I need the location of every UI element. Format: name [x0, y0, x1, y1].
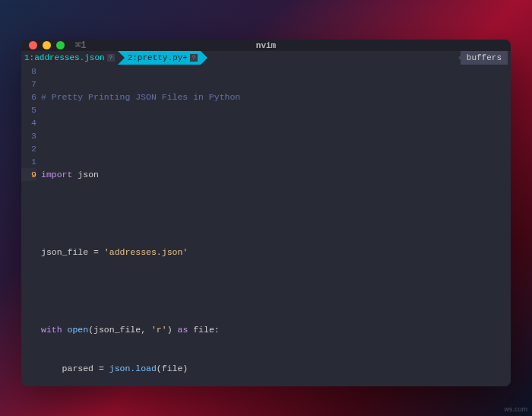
window-title: nvim: [21, 41, 511, 50]
buffer-tab-addresses[interactable]: 1: addresses.json ?: [21, 51, 118, 65]
line-number-current: 9: [21, 168, 36, 181]
code-content[interactable]: # Pretty Printing JSON Files in Python i…: [41, 65, 511, 386]
code-punct: ): [167, 325, 178, 335]
line-number: 5: [21, 103, 36, 116]
code-func: json.load: [104, 364, 157, 373]
code-comment: # Pretty Printing JSON Files in Python: [41, 92, 240, 102]
line-number: 7: [21, 78, 36, 91]
minimize-icon[interactable]: [43, 41, 51, 49]
line-number: 6: [21, 91, 36, 103]
code-op: =: [93, 247, 99, 257]
buffers-label: buffers: [461, 51, 508, 65]
line-number-gutter: 8 7 6 5 4 3 2 1 9: [21, 65, 41, 386]
code-punct: (json_file,: [88, 325, 151, 335]
traffic-lights: [29, 41, 65, 49]
modified-icon: ?: [107, 54, 115, 62]
editor-area[interactable]: 8 7 6 5 4 3 2 1 9 # Pretty Printing JSON…: [21, 65, 511, 386]
line-number: 3: [21, 129, 36, 142]
modified-icon: ?: [190, 54, 198, 62]
code-keyword: with: [41, 325, 62, 335]
code-ident: json: [72, 170, 99, 179]
code-ident: json_file: [41, 247, 93, 257]
line-number: 2: [21, 142, 36, 155]
terminal-window: ⌘1 nvim 1: addresses.json ? 2: pretty.py…: [21, 40, 511, 386]
buffer-tab-pretty[interactable]: 2: pretty.py+ ?: [125, 51, 201, 65]
titlebar: ⌘1 nvim: [21, 40, 511, 51]
tab-label: addresses.json: [34, 53, 104, 62]
line-number: 8: [21, 65, 36, 78]
terminal-shortcut-badge: ⌘1: [75, 40, 86, 51]
code-ident: parsed: [41, 364, 99, 373]
tab-separator-icon: [201, 51, 207, 65]
line-number: 1: [21, 155, 36, 168]
tab-separator-icon: [118, 51, 125, 65]
code-ident: file:: [188, 325, 219, 335]
tab-label: pretty.py+: [138, 53, 188, 62]
code-string: 'addresses.json': [99, 247, 188, 257]
code-func: open: [62, 325, 89, 335]
code-punct: (file): [157, 364, 188, 373]
bufferline: 1: addresses.json ? 2: pretty.py+ ? buff…: [21, 51, 511, 65]
code-keyword: as: [177, 325, 188, 335]
tab-index: 2:: [128, 53, 138, 62]
close-icon[interactable]: [29, 41, 37, 49]
tab-index: 1:: [24, 53, 34, 62]
line-number: 4: [21, 116, 36, 129]
code-string: 'r': [151, 325, 167, 335]
zoom-icon[interactable]: [56, 41, 65, 49]
watermark: ws.com: [504, 405, 527, 413]
code-keyword: import: [41, 170, 72, 179]
code-op: =: [99, 364, 104, 373]
